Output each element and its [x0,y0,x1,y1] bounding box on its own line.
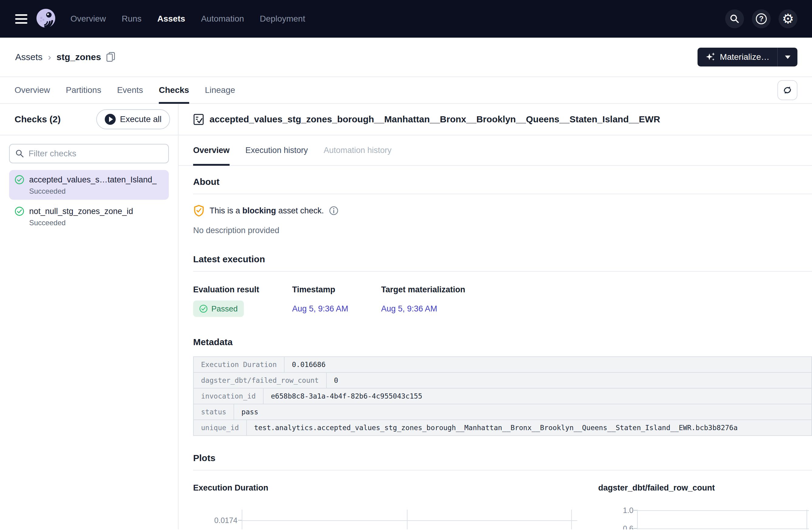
metadata-value: e658b8c8-3a1a-4b4f-82b6-4c955043c155 [264,388,811,404]
latest-execution-values: Passed Aug 5, 9:36 AM Aug 5, 9:36 AM [193,300,812,317]
metadata-key: invocation_id [194,388,264,404]
check-tab-automation-history: Automation history [324,135,392,165]
metadata-key: dagster_dbt/failed_row_count [194,373,327,388]
col-timestamp: Timestamp [292,285,381,294]
checks-sidebar-body: accepted_values_s…taten_Island_ Succeede… [0,135,178,240]
play-icon [105,114,116,125]
tab-overview[interactable]: Overview [15,77,50,103]
chart-title: Execution Duration [193,483,598,493]
shield-check-icon [193,205,205,217]
status-badge: Passed [193,300,244,317]
top-nav: Overview Runs Assets Automation Deployme… [0,0,812,38]
table-row: dagster_dbt/failed_row_count 0 [193,372,812,388]
check-item-name: not_null_stg_zones_zone_id [29,207,133,216]
target-materialization-link[interactable]: Aug 5, 9:36 AM [381,304,437,313]
asset-tabs-bar: Overview Partitions Events Checks Lineag… [0,77,812,104]
y-gridline [637,529,809,529]
latest-execution-columns: Evaluation result Timestamp Target mater… [193,285,812,294]
latest-execution-divider [193,271,812,272]
check-list-item-not-null[interactable]: not_null_stg_zones_zone_id Succeeded [9,202,169,231]
y-gridline [637,510,809,511]
gear-icon: ⚙ [782,12,794,26]
table-row: Execution Duration 0.016686 [193,356,812,373]
breadcrumb-assets-link[interactable]: Assets [15,52,43,62]
nav-item-runs[interactable]: Runs [122,14,142,24]
metadata-key: unique_id [194,420,247,435]
tab-lineage[interactable]: Lineage [205,77,235,103]
check-list: accepted_values_s…taten_Island_ Succeede… [9,170,169,231]
latest-execution-heading: Latest execution [193,254,812,264]
nav-item-automation[interactable]: Automation [201,14,244,24]
plots-row: Execution Duration 0.0174 dagster_dbt/fa… [193,483,812,529]
chart-plot-area: 0.0174 [193,510,598,529]
nav-links: Overview Runs Assets Automation Deployme… [70,14,305,24]
table-row: invocation_id e658b8c8-3a1a-4b4f-82b6-4c… [193,388,812,404]
blocking-text: This is a blocking asset check. [209,206,324,216]
check-tabs-bar: Overview Execution history Automation hi… [178,135,812,166]
x-gridline [571,510,572,529]
info-icon[interactable] [329,206,338,216]
y-tick-label: 0.0174 [214,516,237,525]
metadata-key: Execution Duration [194,357,285,372]
y-tick-mark [634,528,637,529]
help-button[interactable]: ? [752,10,771,28]
menu-icon[interactable] [15,14,27,24]
copy-icon [106,51,116,62]
y-tick-mark [634,510,637,511]
x-gridline [807,510,807,529]
y-gridline [242,520,577,521]
check-title: accepted_values_stg_zones_borough__Manha… [209,114,660,124]
materialize-split-button: Materialize… [697,48,797,67]
check-overview-content: About This is a blocking asset check. No… [178,166,812,529]
metadata-table: Execution Duration 0.016686 dagster_dbt/… [193,356,812,436]
check-detail-header: accepted_values_stg_zones_borough__Manha… [178,104,812,135]
timestamp-link[interactable]: Aug 5, 9:36 AM [292,304,348,313]
execution-duration-chart: Execution Duration 0.0174 [193,483,598,529]
check-detail-pane: accepted_values_stg_zones_borough__Manha… [178,104,812,529]
failed-row-count-chart: dagster_dbt/failed_row_count 1.0 0.6 [598,483,812,529]
check-tab-execution-history[interactable]: Execution history [245,135,308,165]
check-tab-overview[interactable]: Overview [193,135,230,165]
metadata-key: status [194,404,234,419]
breadcrumb-separator: › [48,52,51,62]
check-success-icon [199,305,208,313]
x-gridline [407,510,407,529]
settings-button[interactable]: ⚙ [779,10,797,28]
about-heading: About [193,177,812,187]
tab-checks[interactable]: Checks [159,77,189,103]
asset-header: Assets › stg_zones Materialize… [0,38,812,76]
materialize-label: Materialize… [720,52,769,62]
execute-all-label: Execute all [120,115,162,124]
metadata-value: test.analytics.accepted_values_stg_zones… [247,420,811,435]
col-target-materialization: Target materialization [381,285,812,294]
execute-all-button[interactable]: Execute all [96,109,170,129]
sparkle-icon [706,52,716,62]
check-success-icon [15,175,24,185]
chevron-down-icon [785,56,791,59]
tab-events[interactable]: Events [117,77,143,103]
nav-item-assets[interactable]: Assets [157,14,185,24]
materialize-dropdown-button[interactable] [778,48,797,67]
materialize-button[interactable]: Materialize… [697,48,778,67]
search-button[interactable] [725,10,744,28]
copy-asset-name-button[interactable] [106,51,116,62]
refresh-icon [782,85,793,95]
chart-plot-area: 1.0 0.6 [598,510,812,529]
metadata-value: pass [234,404,811,419]
check-item-name: accepted_values_s…taten_Island_ [29,175,157,185]
y-axis-line [242,510,242,529]
check-list-item-accepted-values[interactable]: accepted_values_s…taten_Island_ Succeede… [9,170,169,200]
tab-partitions[interactable]: Partitions [66,77,101,103]
filter-checks-input[interactable] [9,144,169,163]
metadata-heading: Metadata [193,337,812,347]
nav-item-overview[interactable]: Overview [70,14,106,24]
asset-check-icon [193,113,204,126]
refresh-button[interactable] [778,80,797,100]
nav-icon-buttons: ? ⚙ [725,10,797,28]
search-icon [729,14,740,24]
y-tick-label: 1.0 [623,506,634,515]
dagster-logo-icon[interactable] [35,8,57,29]
status-badge-label: Passed [211,304,238,313]
nav-item-deployment[interactable]: Deployment [260,14,305,24]
plots-divider [193,470,812,471]
